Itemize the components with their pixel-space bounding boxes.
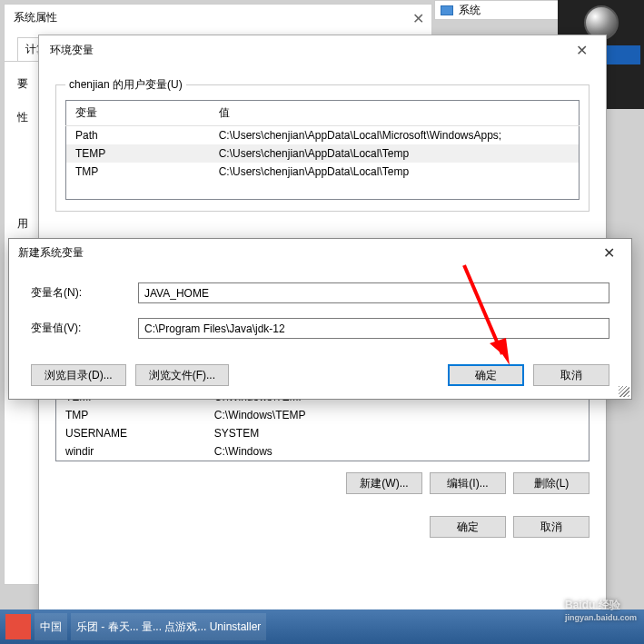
baidu-watermark: Baidu 经验 jingyan.baidu.com	[565, 594, 637, 622]
env-title: 环境变量	[50, 43, 94, 58]
close-icon[interactable]: ✕	[596, 243, 622, 263]
user-vars-group: chenjian 的用户变量(U) 变量 值 PathC:\Users\chen…	[55, 77, 590, 212]
dialog-buttons: 确定 取消	[55, 516, 590, 538]
edit-button[interactable]: 编辑(I)...	[430, 472, 506, 494]
browse-file-button[interactable]: 浏览文件(F)...	[135, 364, 229, 386]
ok-button[interactable]: 确定	[430, 516, 506, 538]
variable-name-input[interactable]	[138, 282, 609, 303]
cancel-button[interactable]: 取消	[533, 364, 609, 386]
env-titlebar: 环境变量 ✕	[39, 35, 606, 64]
col-value[interactable]: 值	[210, 101, 580, 126]
table-row[interactable]: PathC:\Users\chenjian\AppData\Local\Micr…	[66, 126, 580, 145]
taskbar-item[interactable]: 中国	[35, 613, 67, 640]
user-vars-legend: chenjian 的用户变量(U)	[65, 77, 186, 93]
taskbar: 中国 乐团 - 春天... 量... 点游戏... Uninstaller	[0, 609, 644, 644]
taskbar-app-icon[interactable]	[5, 614, 31, 639]
variable-value-label: 变量值(V):	[31, 321, 127, 336]
new-system-variable-dialog: 新建系统变量 ✕ 变量名(N): 变量值(V): 浏览目录(D)... 浏览文件…	[8, 238, 632, 400]
table-row[interactable]: windirC:\Windows	[56, 442, 590, 461]
table-row[interactable]: TMPC:\Windows\TEMP	[56, 406, 590, 424]
delete-button[interactable]: 删除(L)	[513, 472, 590, 494]
close-icon[interactable]: ✕	[569, 40, 595, 61]
table-row[interactable]: TEMPC:\Users\chenjian\AppData\Local\Temp	[66, 144, 580, 163]
system-props-titlebar: 系统属性 ✕	[5, 5, 431, 30]
system-window-title: 系统	[459, 3, 481, 18]
variable-name-row: 变量名(N):	[31, 282, 609, 303]
newvar-titlebar: 新建系统变量 ✕	[9, 239, 631, 266]
newvar-title: 新建系统变量	[18, 245, 84, 261]
col-variable[interactable]: 变量	[66, 101, 210, 126]
monitor-icon	[441, 5, 453, 15]
table-row[interactable]: TMPC:\Users\chenjian\AppData\Local\Temp	[66, 163, 580, 181]
new-button[interactable]: 新建(W)...	[346, 472, 422, 494]
browse-directory-button[interactable]: 浏览目录(D)...	[31, 364, 126, 386]
variable-name-label: 变量名(N):	[31, 285, 127, 301]
user-vars-table[interactable]: 变量 值 PathC:\Users\chenjian\AppData\Local…	[65, 100, 580, 200]
system-vars-buttons: 新建(W)... 编辑(I)... 删除(L)	[55, 472, 590, 494]
variable-value-row: 变量值(V):	[31, 318, 609, 339]
cancel-button[interactable]: 取消	[513, 516, 590, 538]
close-icon[interactable]: ✕	[412, 10, 424, 27]
variable-value-input[interactable]	[138, 318, 609, 339]
ok-button[interactable]: 确定	[448, 364, 524, 386]
newvar-buttons: 浏览目录(D)... 浏览文件(F)... 确定 取消	[9, 364, 631, 386]
system-props-title: 系统属性	[14, 10, 57, 25]
taskbar-item[interactable]: 乐团 - 春天... 量... 点游戏... Uninstaller	[71, 613, 266, 640]
table-row[interactable]: USERNAMESYSTEM	[56, 424, 590, 442]
resize-grip-icon[interactable]	[619, 386, 629, 397]
